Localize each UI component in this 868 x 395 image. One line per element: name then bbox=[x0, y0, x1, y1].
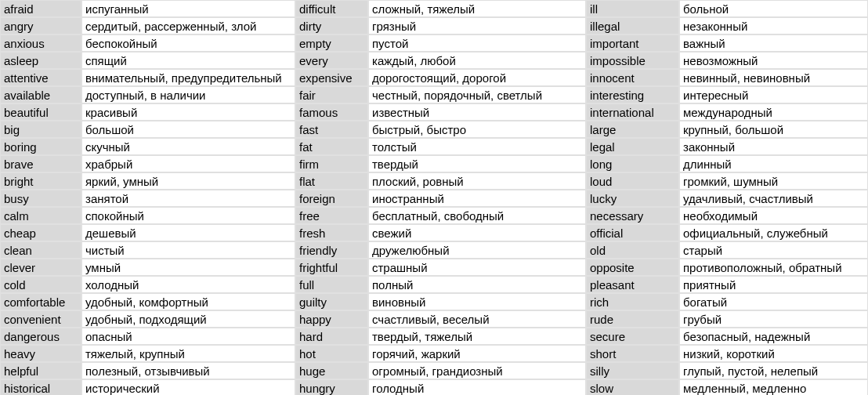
word-ru: голодный bbox=[368, 379, 586, 395]
word-en: loud bbox=[586, 172, 679, 190]
word-en: necessary bbox=[586, 207, 679, 224]
word-en: rich bbox=[586, 293, 679, 310]
word-en: expensive bbox=[295, 69, 368, 86]
word-en: dirty bbox=[295, 17, 368, 34]
word-en: pleasant bbox=[586, 276, 679, 293]
word-en: international bbox=[586, 103, 679, 121]
word-en: friendly bbox=[295, 241, 368, 259]
word-en: helpful bbox=[0, 362, 81, 379]
word-ru: удачливый, счастливый bbox=[679, 190, 868, 207]
word-en: hard bbox=[295, 328, 368, 345]
word-ru: яркий, умный bbox=[81, 172, 295, 190]
word-ru: твердый, тяжелый bbox=[368, 328, 586, 345]
word-en: old bbox=[586, 241, 679, 259]
word-en: ill bbox=[586, 0, 679, 17]
word-ru: свежий bbox=[368, 224, 586, 241]
word-en: fair bbox=[295, 86, 368, 103]
word-ru: красивый bbox=[81, 103, 295, 121]
word-en: interesting bbox=[586, 86, 679, 103]
word-en: angry bbox=[0, 17, 81, 34]
word-en: important bbox=[586, 34, 679, 52]
word-ru: грубый bbox=[679, 310, 868, 328]
word-en: cheap bbox=[0, 224, 81, 241]
word-en: free bbox=[295, 207, 368, 224]
word-en: full bbox=[295, 276, 368, 293]
word-ru: известный bbox=[368, 103, 586, 121]
word-ru: пустой bbox=[368, 34, 586, 52]
word-ru: твердый bbox=[368, 155, 586, 172]
word-ru: внимательный, предупредительный bbox=[81, 69, 295, 86]
word-en: empty bbox=[295, 34, 368, 52]
word-ru: тяжелый, крупный bbox=[81, 345, 295, 362]
word-en: attentive bbox=[0, 69, 81, 86]
word-ru: скучный bbox=[81, 138, 295, 155]
word-ru: занятой bbox=[81, 190, 295, 207]
word-ru: доступный, в наличии bbox=[81, 86, 295, 103]
word-ru: страшный bbox=[368, 259, 586, 276]
word-ru: исторический bbox=[81, 379, 295, 395]
word-ru: беспокойный bbox=[81, 34, 295, 52]
word-en: short bbox=[586, 345, 679, 362]
word-en: large bbox=[586, 121, 679, 138]
word-en: available bbox=[0, 86, 81, 103]
word-en: big bbox=[0, 121, 81, 138]
word-en: calm bbox=[0, 207, 81, 224]
word-ru: горячий, жаркий bbox=[368, 345, 586, 362]
word-en: firm bbox=[295, 155, 368, 172]
word-ru: интересный bbox=[679, 86, 868, 103]
word-ru: дешевый bbox=[81, 224, 295, 241]
word-ru: умный bbox=[81, 259, 295, 276]
word-en: clever bbox=[0, 259, 81, 276]
word-en: anxious bbox=[0, 34, 81, 52]
word-ru: виновный bbox=[368, 293, 586, 310]
word-ru: приятный bbox=[679, 276, 868, 293]
word-en: historical bbox=[0, 379, 81, 395]
word-en: famous bbox=[295, 103, 368, 121]
word-en: guilty bbox=[295, 293, 368, 310]
word-en: boring bbox=[0, 138, 81, 155]
word-ru: официальный, служебный bbox=[679, 224, 868, 241]
word-en: asleep bbox=[0, 52, 81, 69]
word-ru: невозможный bbox=[679, 52, 868, 69]
word-en: cold bbox=[0, 276, 81, 293]
word-ru: толстый bbox=[368, 138, 586, 155]
word-en: comfortable bbox=[0, 293, 81, 310]
word-en: impossible bbox=[586, 52, 679, 69]
word-ru: спящий bbox=[81, 52, 295, 69]
word-en: hot bbox=[295, 345, 368, 362]
word-en: clean bbox=[0, 241, 81, 259]
word-ru: безопасный, надежный bbox=[679, 328, 868, 345]
word-ru: счастливый, веселый bbox=[368, 310, 586, 328]
word-en: illegal bbox=[586, 17, 679, 34]
word-en: difficult bbox=[295, 0, 368, 17]
word-ru: богатый bbox=[679, 293, 868, 310]
word-ru: удобный, подходящий bbox=[81, 310, 295, 328]
word-ru: дорогостоящий, дорогой bbox=[368, 69, 586, 86]
word-en: fresh bbox=[295, 224, 368, 241]
word-ru: большой bbox=[81, 121, 295, 138]
word-ru: честный, порядочный, светлый bbox=[368, 86, 586, 103]
word-ru: плоский, ровный bbox=[368, 172, 586, 190]
word-ru: холодный bbox=[81, 276, 295, 293]
word-ru: удобный, комфортный bbox=[81, 293, 295, 310]
word-en: huge bbox=[295, 362, 368, 379]
word-en: every bbox=[295, 52, 368, 69]
word-ru: каждый, любой bbox=[368, 52, 586, 69]
word-en: official bbox=[586, 224, 679, 241]
word-ru: полезный, отзывчивый bbox=[81, 362, 295, 379]
word-en: heavy bbox=[0, 345, 81, 362]
word-en: happy bbox=[295, 310, 368, 328]
word-en: legal bbox=[586, 138, 679, 155]
word-ru: длинный bbox=[679, 155, 868, 172]
word-ru: крупный, большой bbox=[679, 121, 868, 138]
word-en: fat bbox=[295, 138, 368, 155]
word-en: fast bbox=[295, 121, 368, 138]
word-en: innocent bbox=[586, 69, 679, 86]
word-en: opposite bbox=[586, 259, 679, 276]
word-ru: глупый, пустой, нелепый bbox=[679, 362, 868, 379]
word-ru: медленный, медленно bbox=[679, 379, 868, 395]
word-ru: сложный, тяжелый bbox=[368, 0, 586, 17]
word-en: convenient bbox=[0, 310, 81, 328]
word-ru: бесплатный, свободный bbox=[368, 207, 586, 224]
word-ru: чистый bbox=[81, 241, 295, 259]
